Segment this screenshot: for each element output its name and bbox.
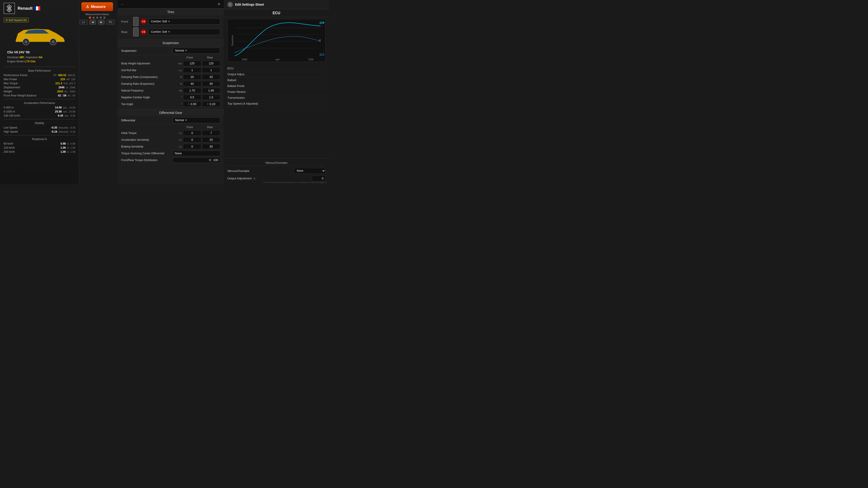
damping-comp-front[interactable]: 20 [183,74,201,79]
left-panel: Renault ⚖ BoP Applied (M) [0,0,79,184]
differential-select[interactable]: Normal ▼ [173,117,220,123]
nav-prev-button[interactable]: ◄ [89,20,96,25]
high-speed-row: High Speed -0.16 (Neutral) -0.16 [0,130,79,134]
svg-point-8 [52,40,55,43]
accel-sens-unit: Lv. [176,138,182,141]
brake-sens-front[interactable]: 0 [183,144,201,149]
fr-balance-value: 42 : 58 [58,94,66,97]
car-name-row: Clio V6 24V '00 [4,50,75,55]
rear-cs-badge: CS [141,29,147,35]
anti-roll-front[interactable]: 1 [183,68,201,73]
renault-logo [4,3,15,14]
right-settings: ECU Output Adjus. Ballast Ballast Positi… [224,64,329,108]
zero-1000-row: 0-1000 m 25.88 sec. 25.88 [0,109,79,113]
output-adj-value[interactable]: 0 [312,175,326,181]
engine-row: Engine Model L7X-Clio [4,59,75,64]
chart-max-value: 229 [319,21,324,24]
nat-freq-front[interactable]: 1.70 [183,88,201,93]
toe-angle-rear[interactable]: ⇕ 0.20 [202,101,220,107]
diff-front-col: Front [180,126,200,129]
anti-roll-rear[interactable]: 1 [202,68,220,73]
neg-camber-rear[interactable]: 1.5 [202,95,220,100]
alert-icon: ⚠ [86,4,89,9]
neg-camber-unit: ° [176,96,182,99]
brake-sens-row: Braking Sensitivity Lv. 0 30 [121,143,220,150]
torque-vec-value[interactable]: None [173,151,220,156]
top-speed-row: Top Speed (A Adjusted) [227,101,326,107]
output-adj-label2: Output Adjustment % [227,177,255,180]
damping-comp-unit: % [176,76,182,78]
accel-sens-label: Acceleration Sensitivity [121,138,175,141]
chart-x-mid: rpm [276,58,280,61]
diff-rear-col: Rear [200,126,220,129]
toe-angle-front[interactable]: ⇕ 0.00 [183,101,201,107]
damping-exp-rear[interactable]: 40 [202,81,220,86]
init-torque-rear[interactable]: 7 [202,130,220,135]
dot-1 [89,17,91,19]
chart-x-max: 7300 [308,58,313,61]
base-perf-title: Base Performance [0,68,79,73]
neg-camber-front[interactable]: 0.5 [183,95,201,100]
power-restrict-label: Power Restric. [227,90,247,94]
power-restrict-row: Power Restric. [227,89,326,95]
measure-area: ⚠ Measure Measurement History L1 ◄ ► R1 [81,2,113,25]
weight-value: 2943 [57,90,63,93]
pp-label: Performance Points [4,74,27,77]
front-tire-row: Front CS Comfort: Soft ▼ [121,17,220,26]
fr-torque-value[interactable]: 0 : 100 [173,158,220,163]
history-dots [81,17,113,19]
toe-angle-unit: ° [176,103,182,105]
body-height-label: Body Height Adjustment [121,62,175,65]
max-power-label: Max Power [4,78,17,81]
damping-comp-rear[interactable]: 20 [202,74,220,79]
nav-controls: L1 ◄ ► R1 [81,20,113,25]
accel-sens-front[interactable]: 0 [183,137,201,142]
toe-angle-row: Toe Angle ° ⇕ 0.00 ⇕ 0.20 [121,101,220,107]
body-height-rear[interactable]: 125 [202,61,220,66]
ballast-label: Ballast [227,78,236,82]
diff-chevron-icon: ▼ [185,119,187,122]
dot-5 [103,17,105,19]
output-adj-row: Output Adjus. [227,71,326,77]
output-adj-val-row: Output Adjustment % 0 [227,175,326,182]
nat-freq-rear[interactable]: 1.90 [202,88,220,93]
susp-chevron-icon: ▼ [185,49,187,52]
max-power-value: 229 [60,78,65,81]
top-bar: -- ≡ [118,0,224,8]
accel-sens-rear[interactable]: 20 [202,137,220,142]
damping-exp-front[interactable]: 40 [183,81,201,86]
weight-label: Weight [4,90,12,93]
diff-col-headers: Front Rear [121,125,220,130]
menu-icon[interactable]: ≡ [218,2,220,6]
rear-tire-select[interactable]: Comfort: Soft ▼ [149,29,220,35]
measurement-history: Measurement History L1 ◄ ► R1 [81,13,113,25]
ecu-label: ECU [227,67,234,70]
max-torque-row: Max Torque 221.3 ft-lb 221.3 [0,81,79,86]
measure-button[interactable]: ⚠ Measure [81,2,113,11]
brake-sens-rear[interactable]: 30 [202,144,220,149]
body-height-front[interactable]: 125 [183,61,201,66]
nat-freq-label: Natural Frequency [121,89,175,92]
nitrous-select[interactable]: None [294,168,326,174]
fr-balance-label: Front-Rear Weight Balance [4,94,36,97]
downforce-label: Downforce [231,35,234,46]
suspension-select[interactable]: Normal ▼ [173,48,220,54]
body-height-row: Body Height Adjustment mm 125 125 [121,60,220,67]
top-bar-title: -- [121,2,123,6]
g120-row: 120 km/h 1.06 G 1.06 [0,146,79,150]
copyright: © 2024 Sony Interactive Entertainment In… [264,182,327,184]
init-torque-front[interactable]: 0 [183,130,201,135]
nav-next-button[interactable]: ► [98,20,105,25]
svg-rect-2 [34,6,36,10]
zero-400-row: 0-400 m 14.06 sec. 14.06 [0,105,79,109]
accel-perf-title: Acceleration Performance [0,101,79,105]
chart-unit-right: hp [319,39,321,41]
damping-exp-row: Damping Ratio (Expansion) % 40 40 [121,80,220,87]
rear-label: Rear [121,30,131,34]
front-tire-select[interactable]: Comfort: Soft ▼ [149,18,220,25]
brand-name: Renault [18,6,33,11]
svg-point-6 [24,40,28,43]
settings-icon: ⚙ [227,2,233,7]
chart-min-value: 221 [319,53,324,56]
dot-4 [100,17,102,19]
